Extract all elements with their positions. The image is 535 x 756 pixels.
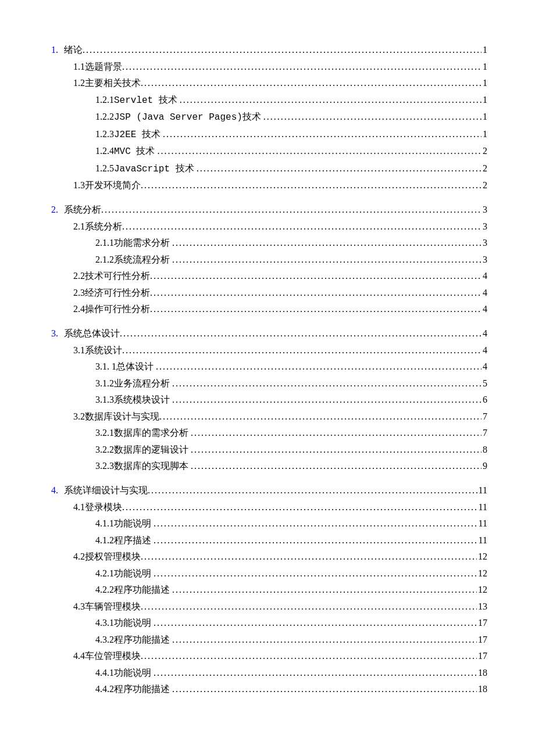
toc-number: 1.1 bbox=[73, 60, 85, 74]
toc-page-number: 4 bbox=[482, 286, 487, 300]
toc-title: 功能说明 bbox=[114, 517, 151, 531]
toc-entry-3-1-1[interactable]: 3.1. 1总体设计4 bbox=[51, 360, 487, 374]
toc-title: 系统总体设计 bbox=[64, 327, 120, 341]
toc-entry-1-2-5[interactable]: 1.2.5JavaScript 技术2 bbox=[51, 162, 487, 176]
toc-number: 3.1. 1 bbox=[95, 360, 116, 374]
toc-entry-4-2[interactable]: 4.2授权管理模块12 bbox=[51, 550, 487, 564]
toc-leader bbox=[141, 649, 477, 663]
toc-number: 2.1 bbox=[73, 220, 85, 234]
toc-entry-1-2-4[interactable]: 1.2.4MVC 技术2 bbox=[51, 144, 487, 159]
toc-entry-4-4[interactable]: 4.4车位管理模块17 bbox=[51, 649, 487, 663]
toc-leader bbox=[122, 500, 477, 514]
toc-entry-2-3[interactable]: 2.3经济可行性分析4 bbox=[51, 286, 487, 300]
toc-number: 4.3.1 bbox=[95, 616, 114, 630]
toc-title: 程序功能描述 bbox=[114, 682, 170, 696]
toc-leader bbox=[180, 93, 482, 107]
toc-entry-1-2-2[interactable]: 1.2.2JSP (Java Server Pages)技术1 bbox=[51, 110, 487, 124]
toc-section-3: 3.系统总体设计43.1系统设计43.1. 1总体设计43.1.2业务流程分析5… bbox=[51, 327, 487, 473]
toc-entry-3-2-3[interactable]: 3.2.3数据库的实现脚本9 bbox=[51, 459, 487, 473]
toc-entry-4-1-2[interactable]: 4.1.2程序描述11 bbox=[51, 533, 487, 547]
toc-entry-4-2-1[interactable]: 4.2.1功能说明12 bbox=[51, 567, 487, 581]
toc-title: 主要相关技术 bbox=[85, 76, 141, 90]
toc-title: 数据库的需求分析 bbox=[114, 426, 188, 440]
toc-entry-2-1-2[interactable]: 2.1.2系统流程分析3 bbox=[51, 253, 487, 267]
toc-number: 1.3 bbox=[73, 178, 85, 192]
toc-entry-4[interactable]: 4.系统详细设计与实现11 bbox=[51, 483, 487, 497]
toc-title: 系统流程分析 bbox=[114, 253, 170, 267]
toc-leader bbox=[154, 616, 477, 630]
toc-title: 数据库设计与实现 bbox=[85, 410, 159, 424]
toc-entry-4-3-2[interactable]: 4.3.2程序功能描述17 bbox=[51, 633, 487, 647]
toc-title: J2EE 技术 bbox=[114, 128, 160, 142]
toc-title: 程序功能描述 bbox=[114, 633, 170, 647]
toc-entry-3-1-3[interactable]: 3.1.3系统模块设计6 bbox=[51, 393, 487, 407]
toc-number: 4.1.2 bbox=[95, 533, 114, 547]
toc-entry-4-1[interactable]: 4.1登录模块11 bbox=[51, 500, 487, 514]
toc-entry-2[interactable]: 2.系统分析3 bbox=[51, 203, 487, 217]
toc-number: 2.1.2 bbox=[95, 253, 114, 267]
toc-entry-4-2-2[interactable]: 4.2.2程序功能描述12 bbox=[51, 583, 487, 597]
toc-title: 功能需求分析 bbox=[114, 236, 170, 250]
toc-title: 系统详细设计与实现 bbox=[64, 483, 148, 497]
toc-number: 2.2 bbox=[73, 269, 85, 283]
toc-entry-1[interactable]: 1.绪论1 bbox=[51, 43, 487, 57]
toc-leader bbox=[172, 633, 477, 647]
toc-section-4: 4.系统详细设计与实现114.1登录模块114.1.1功能说明114.1.2程序… bbox=[51, 483, 487, 696]
toc-entry-3-2-2[interactable]: 3.2.2数据库的逻辑设计8 bbox=[51, 443, 487, 457]
toc-leader bbox=[172, 393, 482, 407]
toc-entry-4-1-1[interactable]: 4.1.1功能说明11 bbox=[51, 517, 487, 531]
toc-entry-3[interactable]: 3.系统总体设计4 bbox=[51, 327, 487, 341]
toc-leader bbox=[154, 533, 477, 547]
toc-number: 2.4 bbox=[73, 302, 85, 316]
toc-page-number: 1 bbox=[482, 110, 487, 124]
toc-title: 授权管理模块 bbox=[85, 550, 141, 564]
toc-number: 4.2.2 bbox=[95, 583, 114, 597]
toc-entry-4-4-1[interactable]: 4.4.1功能说明18 bbox=[51, 666, 487, 680]
toc-entry-2-1[interactable]: 2.1系统分析3 bbox=[51, 220, 487, 234]
toc-leader bbox=[154, 666, 477, 680]
toc-page-number: 3 bbox=[482, 203, 487, 217]
toc-entry-2-1-1[interactable]: 2.1.1功能需求分析3 bbox=[51, 236, 487, 250]
toc-entry-2-2[interactable]: 2.2技术可行性分析4 bbox=[51, 269, 487, 283]
toc-entry-3-1-2[interactable]: 3.1.2业务流程分析5 bbox=[51, 377, 487, 390]
toc-page-number: 4 bbox=[482, 360, 487, 374]
toc-title: 操作可行性分析 bbox=[85, 302, 150, 316]
toc-page-number: 17 bbox=[477, 649, 487, 663]
toc-page-number: 9 bbox=[482, 459, 487, 473]
toc-entry-1-2-3[interactable]: 1.2.3J2EE 技术1 bbox=[51, 127, 487, 142]
toc-number: 1. bbox=[51, 43, 58, 57]
toc-entry-3-1[interactable]: 3.1系统设计4 bbox=[51, 343, 487, 357]
toc-number: 1.2.3 bbox=[95, 127, 114, 141]
toc-entry-1-3[interactable]: 1.3开发环境简介2 bbox=[51, 178, 487, 192]
toc-entry-3-2[interactable]: 3.2数据库设计与实现7 bbox=[51, 410, 487, 424]
toc-entry-1-2-1[interactable]: 1.2.1Servlet 技术1 bbox=[51, 93, 487, 108]
toc-page-number: 1 bbox=[482, 60, 487, 74]
toc-leader bbox=[191, 459, 482, 473]
toc-page-number: 11 bbox=[477, 500, 487, 514]
toc-leader bbox=[141, 76, 482, 90]
toc-leader bbox=[172, 236, 482, 250]
toc-number: 4.4.2 bbox=[95, 682, 114, 696]
toc-number: 4.2 bbox=[73, 550, 85, 564]
toc-leader bbox=[150, 286, 482, 300]
toc-number: 4.3 bbox=[73, 600, 85, 614]
toc-entry-4-3[interactable]: 4.3车辆管理模块13 bbox=[51, 600, 487, 614]
toc-entry-3-2-1[interactable]: 3.2.1数据库的需求分析7 bbox=[51, 426, 487, 440]
toc-title: 选题背景 bbox=[85, 60, 122, 74]
toc-entry-2-4[interactable]: 2.4操作可行性分析4 bbox=[51, 302, 487, 316]
toc-leader bbox=[150, 269, 482, 283]
toc-page-number: 7 bbox=[482, 410, 487, 424]
toc-title: 数据库的逻辑设计 bbox=[114, 443, 188, 457]
toc-leader bbox=[159, 410, 482, 424]
toc-entry-4-3-1[interactable]: 4.3.1功能说明17 bbox=[51, 616, 487, 630]
toc-page-number: 5 bbox=[482, 377, 487, 390]
toc-leader bbox=[172, 253, 482, 267]
toc-title: 系统设计 bbox=[85, 343, 122, 357]
toc-page-number: 4 bbox=[482, 327, 487, 341]
toc-entry-1-2[interactable]: 1.2主要相关技术1 bbox=[51, 76, 487, 90]
toc-number: 1.2.2 bbox=[95, 110, 114, 124]
toc-page-number: 3 bbox=[482, 236, 487, 250]
toc-title: 总体设计 bbox=[116, 360, 154, 374]
toc-entry-1-1[interactable]: 1.1选题背景1 bbox=[51, 60, 487, 74]
toc-entry-4-4-2[interactable]: 4.4.2程序功能描述18 bbox=[51, 682, 487, 696]
